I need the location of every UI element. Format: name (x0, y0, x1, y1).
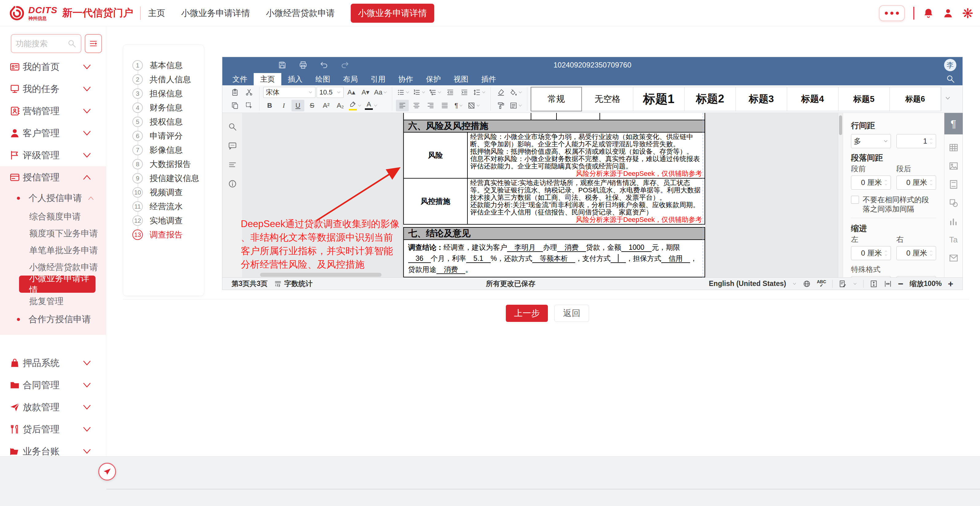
sidebar-item-10[interactable]: 业务台账 (0, 440, 106, 456)
format-painter-button[interactable] (495, 100, 508, 111)
word-count-label[interactable]: 字数统计 (285, 279, 313, 289)
horizontal-scrollbar-thumb[interactable] (260, 273, 382, 277)
mail-panel-button[interactable] (948, 253, 959, 263)
zoom-level[interactable]: 缩放100% (910, 279, 942, 289)
italic-button[interactable]: I (277, 100, 290, 111)
editor-menu-2[interactable]: 插入 (281, 73, 309, 85)
editor-menu-8[interactable]: 视图 (447, 73, 475, 85)
editor-menu-4[interactable]: 布局 (337, 73, 364, 85)
step-1[interactable]: 1基本信息 (132, 58, 204, 72)
paragraph-mark-button[interactable]: ¶ (452, 100, 465, 111)
spin-down-icon[interactable] (884, 183, 888, 186)
style-无空格[interactable]: 无空格 (582, 87, 633, 111)
spellcheck-button[interactable]: ABC✓ (817, 280, 826, 287)
form-blank[interactable] (611, 254, 626, 263)
sidebar-item-1[interactable]: 我的任务 (0, 78, 106, 100)
undo-icon[interactable] (320, 60, 329, 70)
step-9[interactable]: 9授信建议信息 (132, 171, 204, 186)
step-3[interactable]: 3担保信息 (132, 87, 204, 101)
step-6[interactable]: 6申请评分 (132, 129, 204, 143)
editor-menu-0[interactable]: 文件 (226, 73, 254, 85)
nav-tab-0[interactable]: 主页 (148, 7, 165, 19)
subscript-button[interactable]: A₂ (334, 100, 347, 111)
find-icon[interactable] (228, 122, 237, 131)
vertical-scrollbar-thumb[interactable] (839, 115, 842, 135)
sidebar-item-8[interactable]: 放款管理 (0, 396, 106, 418)
style-gallery-more[interactable] (941, 86, 954, 111)
align-right-button[interactable] (424, 100, 437, 111)
spin-up-icon[interactable] (884, 250, 888, 253)
fit-page-icon[interactable] (870, 280, 878, 288)
paragraph-panel-button[interactable]: ¶ (944, 113, 963, 135)
table-panel-button[interactable] (948, 143, 959, 153)
page-indicator[interactable]: 第3页共3页 (232, 279, 268, 289)
grow-font-button[interactable]: A▴ (345, 87, 358, 98)
sidebar-item-6[interactable]: 押品系统 (0, 352, 106, 374)
sidebar-item-4[interactable]: 评级管理 (0, 144, 106, 166)
form-blank[interactable]: 李明月 (507, 243, 543, 252)
style-常规[interactable]: 常规 (531, 87, 582, 111)
step-2[interactable]: 2共借人信息 (132, 72, 204, 87)
sidebar-item-5[interactable]: 授信管理 (0, 166, 106, 189)
fill-color-button[interactable] (509, 87, 523, 98)
sidebar-leaf-5-0-1[interactable]: 额度项下业务申请 (0, 225, 106, 242)
strikethrough-button[interactable]: S (305, 100, 318, 111)
spin-down-icon[interactable] (929, 183, 933, 186)
spin-up-icon[interactable] (884, 179, 888, 182)
text-frame-button[interactable] (509, 100, 523, 111)
superscript-button[interactable]: A² (320, 100, 332, 111)
sidebar-item-2[interactable]: 营销管理 (0, 100, 106, 122)
clear-format-button[interactable] (495, 87, 508, 98)
step-4[interactable]: 4财务信息 (132, 101, 204, 115)
form-blank[interactable]: 消费 (436, 265, 465, 274)
editor-menu-6[interactable]: 协作 (392, 73, 420, 85)
comments-icon[interactable] (228, 141, 237, 151)
bold-button[interactable]: B (263, 100, 276, 111)
style-标题1[interactable]: 标题1 (633, 87, 684, 111)
spin-down-icon[interactable] (929, 141, 933, 144)
multilevel-list-button[interactable] (428, 87, 442, 98)
cut-button[interactable] (243, 87, 256, 98)
editor-search-icon[interactable] (946, 74, 955, 84)
style-标题4[interactable]: 标题4 (787, 87, 838, 111)
editor-menu-1[interactable]: 主页 (254, 73, 281, 85)
shrink-font-button[interactable]: A▾ (359, 87, 372, 98)
editor-menu-7[interactable]: 保护 (420, 73, 447, 85)
spin-down-icon[interactable] (884, 254, 888, 257)
language-selector[interactable]: English (United States) (709, 279, 786, 288)
avatar[interactable]: 李 (944, 59, 956, 71)
step-5[interactable]: 5授权信息 (132, 115, 204, 129)
vertical-scrollbar[interactable] (838, 113, 843, 278)
form-blank[interactable]: 5.1 (466, 254, 491, 263)
user-icon[interactable] (943, 8, 954, 19)
document-page[interactable]: 六、风险及风控措施 风险 经营风险：小微企业市场竞争力弱，易受行业波动（如政策变… (403, 113, 705, 278)
indent-right-stepper[interactable]: 0 厘米 (896, 246, 936, 260)
sidebar-item-7[interactable]: 合同管理 (0, 374, 106, 396)
line-spacing-mode-select[interactable]: 多 (851, 134, 891, 148)
paste-button[interactable] (229, 87, 242, 98)
font-size-select[interactable]: 10.5 (317, 87, 344, 98)
style-标题5[interactable]: 标题5 (838, 87, 890, 111)
underline-button[interactable]: U (291, 100, 304, 111)
style-标题6[interactable]: 标题6 (890, 87, 941, 111)
zoom-in-button[interactable]: + (948, 279, 953, 289)
step-10[interactable]: 10视频调查 (132, 186, 204, 200)
redo-icon[interactable] (340, 60, 350, 70)
special-amount-stepper[interactable]: 0 厘米 (896, 276, 936, 278)
print-icon[interactable] (299, 60, 308, 70)
special-format-select[interactable]: (无) (851, 276, 891, 278)
outline-icon[interactable] (228, 160, 237, 170)
fit-width-icon[interactable] (884, 280, 892, 288)
globe-icon[interactable] (803, 280, 811, 288)
bullet-list-button[interactable] (396, 87, 410, 98)
send-fab-button[interactable] (98, 463, 116, 481)
shape-panel-button[interactable] (948, 198, 959, 208)
sidebar-subitem-5-0[interactable]: 个人授信申请 (0, 189, 106, 208)
step-11[interactable]: 11经营流水 (132, 200, 204, 214)
menu-collapse-button[interactable] (85, 34, 102, 53)
textart-panel-button[interactable]: Ta (948, 235, 959, 245)
sidebar-search[interactable] (11, 34, 81, 53)
sidebar-leaf-active[interactable]: 小微业务申请详情 (19, 276, 95, 293)
spin-up-icon[interactable] (929, 138, 933, 141)
highlight-color-button[interactable] (348, 100, 363, 111)
